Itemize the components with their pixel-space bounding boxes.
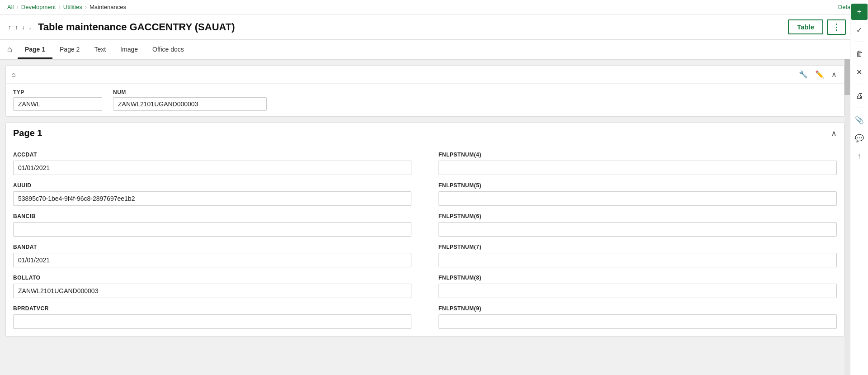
- fnlpstnum6-label: FNLPSTNUM(6): [439, 213, 837, 219]
- fnlpstnum4-field: FNLPSTNUM(4): [439, 152, 837, 175]
- tab-image[interactable]: Image: [113, 41, 145, 59]
- breadcrumb-bar: All › Development › Utilities › Maintena…: [0, 0, 868, 14]
- record-body: TYP NUM: [6, 84, 844, 116]
- record-section: ⌂ 🔧 ✏️ ∧ TYP NUM: [5, 65, 844, 117]
- accdat-label: ACCDAT: [13, 152, 411, 158]
- fnlpstnum8-input[interactable]: [439, 284, 837, 298]
- sort-arrow-down-second[interactable]: ↓: [28, 23, 33, 32]
- fnlpstnum8-field: FNLPSTNUM(8): [439, 275, 837, 298]
- title-left: ↑ ↑ ↓ ↓ Table maintenance GACCENTRY (SAU…: [7, 21, 235, 33]
- form-grid: ACCDAT FNLPSTNUM(4) AUUID FNLPSTNUM(5): [13, 152, 837, 329]
- fnlpstnum4-label: FNLPSTNUM(4): [439, 152, 837, 158]
- tab-text[interactable]: Text: [87, 41, 113, 59]
- num-label: NUM: [113, 89, 267, 95]
- auuid-input[interactable]: [13, 191, 411, 206]
- print-icon[interactable]: 🖨: [851, 88, 868, 104]
- sort-arrow-up-second[interactable]: ↑: [14, 23, 19, 32]
- fnlpstnum9-field: FNLPSTNUM(9): [439, 305, 837, 329]
- sort-arrow-up-first[interactable]: ↑: [7, 23, 12, 32]
- scroll-track[interactable]: [844, 59, 850, 342]
- bollato-input[interactable]: [13, 284, 411, 298]
- sidebar-divider-2: [854, 84, 865, 84]
- bandat-label: BANDAT: [13, 244, 411, 250]
- table-button[interactable]: Table: [788, 19, 823, 34]
- record-home-icon[interactable]: ⌂: [11, 71, 16, 79]
- typ-input[interactable]: [13, 97, 102, 111]
- add-icon[interactable]: +: [851, 4, 868, 20]
- delete-icon[interactable]: 🗑: [851, 46, 868, 62]
- fnlpstnum5-label: FNLPSTNUM(5): [439, 182, 837, 189]
- title-bar: ↑ ↑ ↓ ↓ Table maintenance GACCENTRY (SAU…: [0, 14, 868, 40]
- comment-icon[interactable]: 💬: [851, 130, 868, 146]
- breadcrumb-development[interactable]: Development: [21, 4, 56, 10]
- auuid-label: AUUID: [13, 182, 411, 189]
- tab-page1[interactable]: Page 1: [18, 41, 52, 59]
- bancib-field: BANCIB: [13, 213, 411, 237]
- breadcrumb-sep-1: ›: [16, 4, 18, 10]
- num-field-group: NUM: [113, 89, 267, 111]
- record-header: ⌂ 🔧 ✏️ ∧: [6, 66, 844, 84]
- page1-title: Page 1: [13, 128, 42, 138]
- bprdatvcr-input[interactable]: [13, 314, 411, 329]
- collapse-record-icon[interactable]: ∧: [830, 69, 839, 80]
- breadcrumb-all[interactable]: All: [7, 4, 14, 10]
- fnlpstnum5-field: FNLPSTNUM(5): [439, 182, 837, 206]
- bandat-field: BANDAT: [13, 244, 411, 267]
- tab-office-docs[interactable]: Office docs: [145, 41, 191, 59]
- bollato-field: BOLLATO: [13, 275, 411, 298]
- breadcrumb: All › Development › Utilities › Maintena…: [7, 4, 126, 10]
- fnlpstnum8-label: FNLPSTNUM(8): [439, 275, 837, 281]
- fnlpstnum7-input[interactable]: [439, 253, 837, 267]
- page-title: Table maintenance GACCENTRY (SAUAT): [38, 21, 235, 33]
- breadcrumb-sep-3: ›: [85, 4, 87, 10]
- typ-field-group: TYP: [13, 89, 102, 111]
- sort-arrow-down-first[interactable]: ↓: [21, 23, 26, 32]
- fnlpstnum6-input[interactable]: [439, 222, 837, 237]
- main-content: ⌂ 🔧 ✏️ ∧ TYP NUM Page 1 ∧: [0, 60, 850, 342]
- bprdatvcr-field: BPRDATVCR: [13, 305, 411, 329]
- fnlpstnum6-field: FNLPSTNUM(6): [439, 213, 837, 237]
- sidebar-divider-1: [854, 42, 865, 42]
- bprdatvcr-label: BPRDATVCR: [13, 305, 411, 312]
- accdat-field: ACCDAT: [13, 152, 411, 175]
- breadcrumb-maintenances: Maintenances: [90, 4, 126, 10]
- scroll-thumb: [844, 59, 850, 95]
- sort-arrows: ↑ ↑ ↓ ↓: [7, 23, 33, 32]
- fnlpstnum7-label: FNLPSTNUM(7): [439, 244, 837, 250]
- collapse-page1-button[interactable]: ∧: [831, 128, 837, 138]
- check-icon[interactable]: ✓: [851, 22, 868, 38]
- typ-label: TYP: [13, 89, 102, 95]
- share-icon[interactable]: ↑: [851, 148, 868, 164]
- sidebar-divider-3: [854, 108, 865, 108]
- close-icon[interactable]: ✕: [851, 64, 868, 80]
- fnlpstnum9-label: FNLPSTNUM(9): [439, 305, 837, 312]
- breadcrumb-sep-2: ›: [58, 4, 60, 10]
- fnlpstnum5-input[interactable]: [439, 191, 837, 206]
- auuid-field: AUUID: [13, 182, 411, 206]
- attachment-icon[interactable]: 📎: [851, 112, 868, 128]
- accdat-input[interactable]: [13, 161, 411, 175]
- page1-header: Page 1 ∧: [6, 123, 844, 144]
- breadcrumb-utilities[interactable]: Utilities: [63, 4, 82, 10]
- fnlpstnum9-input[interactable]: [439, 314, 837, 329]
- record-field-row: TYP NUM: [13, 89, 837, 111]
- more-options-button[interactable]: ⋮: [827, 19, 846, 35]
- bancib-input[interactable]: [13, 222, 411, 237]
- tab-bar: ⌂ Page 1 Page 2 Text Image Office docs: [0, 40, 868, 60]
- bandat-input[interactable]: [13, 253, 411, 267]
- bancib-label: BANCIB: [13, 213, 411, 219]
- tab-home-icon[interactable]: ⌂: [7, 45, 18, 54]
- page1-body: ACCDAT FNLPSTNUM(4) AUUID FNLPSTNUM(5): [6, 144, 844, 336]
- bollato-label: BOLLATO: [13, 275, 411, 281]
- record-actions: 🔧 ✏️ ∧: [797, 69, 839, 80]
- fnlpstnum7-field: FNLPSTNUM(7): [439, 244, 837, 267]
- right-sidebar: + ✓ 🗑 ✕ 🖨 📎 💬 ↑: [850, 0, 868, 342]
- page1-section: Page 1 ∧ ACCDAT FNLPSTNUM(4) AUUID: [5, 122, 844, 337]
- wrench-icon[interactable]: 🔧: [797, 69, 810, 80]
- tab-page2[interactable]: Page 2: [52, 41, 87, 59]
- num-input[interactable]: [113, 97, 267, 111]
- fnlpstnum4-input[interactable]: [439, 161, 837, 175]
- edit-icon[interactable]: ✏️: [813, 69, 826, 80]
